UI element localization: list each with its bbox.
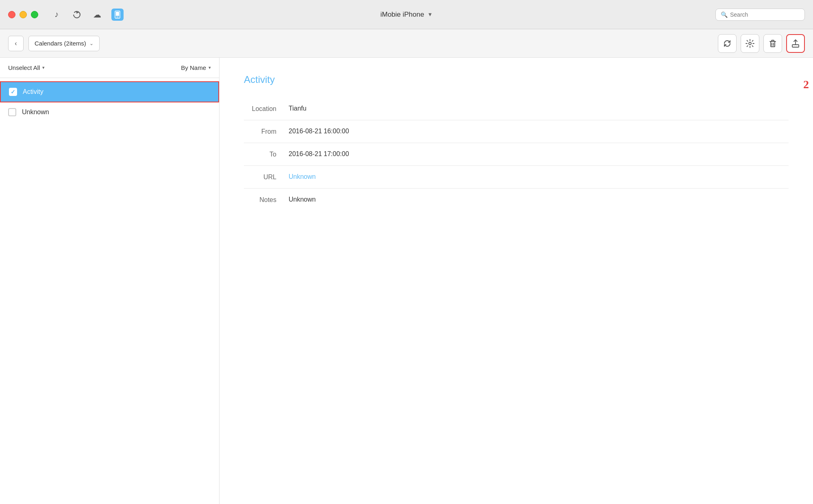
main-content: Unselect All ▾ By Name ▾ Activity 1 Unkn… xyxy=(0,58,813,504)
list-header: Unselect All ▾ By Name ▾ xyxy=(0,58,219,78)
svg-point-4 xyxy=(749,42,751,45)
delete-button[interactable] xyxy=(763,34,782,53)
breadcrumb-chevron: ⌄ xyxy=(89,41,93,46)
svg-rect-8 xyxy=(792,45,799,47)
settings-button[interactable] xyxy=(741,34,759,53)
detail-row-notes: Notes Unknown xyxy=(244,189,789,211)
title-chevron[interactable]: ▼ xyxy=(427,11,433,17)
svg-rect-2 xyxy=(116,17,119,17)
search-box[interactable]: 🔍 xyxy=(715,9,805,21)
svg-rect-3 xyxy=(116,12,119,16)
search-icon: 🔍 xyxy=(721,11,728,18)
titlebar-icons: ♪ ☁ xyxy=(50,9,124,21)
titlebar-center: iMobie iPhone ▼ xyxy=(380,11,433,19)
right-panel: Activity Location Tianfu From 2016-08-21… xyxy=(220,58,813,504)
list-item[interactable]: Unknown xyxy=(0,102,219,122)
detail-row-from: From 2016-08-21 16:00:00 xyxy=(244,120,789,143)
toolbar-actions xyxy=(718,34,805,53)
detail-row-url: URL Unknown xyxy=(244,166,789,189)
minimize-button[interactable] xyxy=(20,11,27,18)
detail-row-to: To 2016-08-21 17:00:00 xyxy=(244,143,789,166)
detail-row-location: Location Tianfu xyxy=(244,98,789,120)
close-button[interactable] xyxy=(8,11,15,18)
detail-value-notes: Unknown xyxy=(289,196,789,203)
left-panel: Unselect All ▾ By Name ▾ Activity 1 Unkn… xyxy=(0,58,220,504)
detail-label-to: To xyxy=(244,150,276,158)
sort-button[interactable]: By Name ▾ xyxy=(181,64,211,71)
detail-value-url[interactable]: Unknown xyxy=(289,173,789,180)
item-checkbox[interactable] xyxy=(8,108,16,116)
sync-icon[interactable] xyxy=(71,9,83,21)
back-icon: ‹ xyxy=(15,40,17,47)
music-icon[interactable]: ♪ xyxy=(50,9,63,21)
detail-title: Activity xyxy=(244,74,789,85)
breadcrumb-label: Calendars (2items) xyxy=(35,40,86,47)
detail-value-to: 2016-08-21 17:00:00 xyxy=(289,150,789,158)
search-input[interactable] xyxy=(730,11,800,18)
phone-icon[interactable] xyxy=(111,9,124,21)
unselect-all-label: Unselect All xyxy=(8,64,40,71)
back-button[interactable]: ‹ xyxy=(8,36,24,51)
unselect-chevron: ▾ xyxy=(42,65,45,70)
list-item[interactable]: Activity 1 xyxy=(0,81,219,102)
detail-label-notes: Notes xyxy=(244,196,276,204)
refresh-button[interactable] xyxy=(718,34,737,53)
item-label: Unknown xyxy=(22,109,49,116)
sort-label: By Name xyxy=(181,64,206,71)
list-items: Activity 1 Unknown xyxy=(0,78,219,504)
app-title: iMobie iPhone xyxy=(380,11,424,19)
annotation-2: 2 xyxy=(803,78,809,91)
detail-label-url: URL xyxy=(244,173,276,181)
toolbar: ‹ Calendars (2items) ⌄ xyxy=(0,29,813,58)
cloud-icon[interactable]: ☁ xyxy=(91,9,103,21)
item-checkbox[interactable] xyxy=(9,88,17,96)
svg-rect-5 xyxy=(771,41,775,47)
detail-value-from: 2016-08-21 16:00:00 xyxy=(289,128,789,135)
traffic-lights xyxy=(8,11,38,18)
breadcrumb-button[interactable]: Calendars (2items) ⌄ xyxy=(28,36,100,51)
detail-label-from: From xyxy=(244,128,276,135)
export-button[interactable] xyxy=(786,34,805,53)
maximize-button[interactable] xyxy=(31,11,38,18)
detail-label-location: Location xyxy=(244,105,276,113)
titlebar: ♪ ☁ iMobie iPhone ▼ 🔍 xyxy=(0,0,813,29)
detail-value-location: Tianfu xyxy=(289,105,789,112)
unselect-all-button[interactable]: Unselect All ▾ xyxy=(8,64,45,71)
item-label: Activity xyxy=(23,88,43,96)
sort-chevron: ▾ xyxy=(209,65,211,70)
